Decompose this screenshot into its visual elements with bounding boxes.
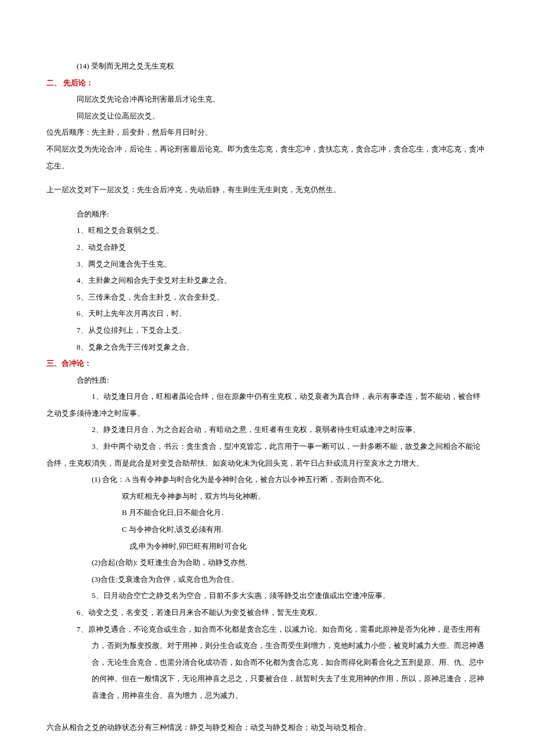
text-line: 1、旺相之爻合衰弱之爻。 bbox=[46, 222, 488, 239]
section-2-title: 二、 先后论： bbox=[46, 75, 488, 92]
text-line: 合的顺序: bbox=[46, 206, 488, 223]
text-line: 2、静爻逢日月合，为之合起合动，有暗动之意，生旺者有生克权，衰弱者待生旺或逢冲之… bbox=[46, 422, 488, 438]
text-line: (14) 受制而无用之爻无生克权 bbox=[46, 58, 488, 75]
text-line: 6、动变之爻，名变爻，若逢日月来合不能认为变爻被合绊，暂无生克权。 bbox=[46, 604, 488, 621]
text-line: 7、原神爻遇合，不论克合或生合，如合而不化都是贪合忘生，以减力论。如合而化，需看… bbox=[46, 621, 488, 704]
text-line: 2、动爻合静爻 bbox=[46, 239, 488, 256]
text-line: 5、三传来合爻，先合主卦爻，次合变卦爻。 bbox=[46, 289, 488, 306]
text-line: (2)合起(合助): 爻旺逢生合为合助，动静爻亦然. bbox=[46, 555, 488, 571]
text-line: 5、日月动合空亡之静爻名为空合，目前不多大实惠，须等静爻出空逢值或出空逢冲应事。 bbox=[46, 588, 488, 604]
text-line: 位先后顺序：先主卦，后变卦，然后年月日时分。 bbox=[46, 124, 488, 141]
text-line: 不同层次爻为先论合冲，后论生，再论刑害最后论克。即为贪生忘克，贪生忘冲，贪扶忘克… bbox=[46, 141, 488, 174]
text-line: 4、主卦象之间相合先于变爻对主卦爻象之合。 bbox=[46, 272, 488, 289]
text-line: 双方旺相无令神参与时，双方均与化神断。 bbox=[46, 488, 488, 505]
text-line: 同层次爻先论合冲再论刑害最后才论生克。 bbox=[46, 91, 488, 108]
text-line: C 与令神合化时,该爻必须有用. bbox=[46, 521, 488, 538]
text-line: 同层次爻让位高层次爻。 bbox=[46, 108, 488, 125]
text-line: 3、两爻之间逢合先于生克。 bbox=[46, 256, 488, 273]
text-line: 六合从相合之爻的动静状态分有三种情况：静爻与静爻相合；动爻与静爻相合；动爻与动爻… bbox=[46, 719, 488, 736]
text-line: 8、爻象之合先于三传对爻象之合。 bbox=[46, 339, 488, 356]
text-line: 合的性质: bbox=[46, 372, 488, 389]
text-line: 戌,申为令神时,卯巳旺有用时可合化 bbox=[46, 538, 488, 555]
text-line: 上一层次爻对下一层次爻：先生合后冲克，先动后静，有生则生无生则克，无克仍然生。 bbox=[46, 182, 488, 199]
text-line: B 月不能合化日,日不能合化月. bbox=[46, 505, 488, 521]
section-3-title: 三、合冲论： bbox=[46, 355, 488, 372]
text-line: 6、天时上先年次月再次日，时。 bbox=[46, 305, 488, 322]
text-line: (1) 合化：A 当有令神参与时合化为是令神时合化，被合方以令神五行断，否则合而… bbox=[46, 471, 488, 488]
text-line: 3、卦中两个动爻合，书云：贪生贪合，型冲克皆忘，此言用于一事一断可以，一卦多断不… bbox=[46, 438, 488, 471]
text-line: (3)合住:爻衰逢合为合伴，或克合也为合住。 bbox=[46, 571, 488, 588]
text-line: 1、动爻逢日月合，旺相者虽论合绊，但在原象中仍有生克权，动爻衰者为真合绊，表示有… bbox=[46, 388, 488, 422]
text-line: 7、从爻位排列上，下爻合上爻。 bbox=[46, 322, 488, 339]
